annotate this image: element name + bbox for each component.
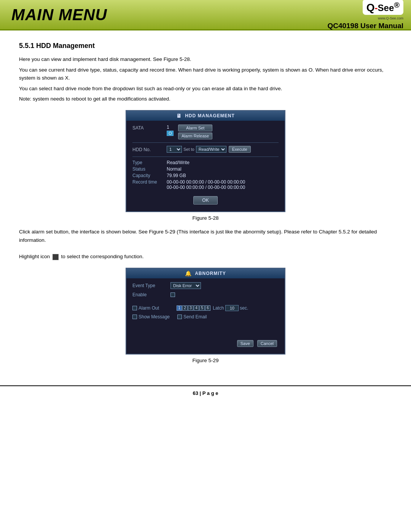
content-area: 5.5.1 HDD Management Here you can view a… [0,30,411,378]
hdd-dialog-titlebar: 🖥 HDD MANAGEMENT [126,111,285,121]
logo-see-text: See® [378,3,400,13]
type-label: Type [132,160,167,165]
record-values: 00-00-00 00:00:00 / 00-00-00 00:00:00 00… [167,179,245,190]
hdd-management-dialog: 🖥 HDD MANAGEMENT SATA 1 O Alarm Set Alar… [126,110,285,212]
divider-2 [132,157,279,157]
ok-button[interactable]: OK [193,196,217,204]
event-type-label: Event Type [132,283,170,288]
capacity-label: Capacity [132,173,167,178]
execute-button[interactable]: Execute [229,146,251,153]
event-type-row: Event Type Disk Error [132,282,279,289]
sata-number: 1 [167,125,174,130]
ok-btn-row: OK [132,196,279,204]
spacer [132,300,279,305]
enable-row: Enable [132,292,279,297]
enable-label: Enable [132,292,170,297]
latch-label: Latch [213,305,224,311]
para-2: You can see current hard drive type, sta… [19,66,392,82]
record-row: Record time 00-00-00 00:00:00 / 00-00-00… [132,179,279,190]
send-email-checkbox[interactable] [177,315,182,319]
hdd-no-label: HDD No. [132,146,167,152]
para-4: Note: system needs to reboot to get all … [19,95,392,103]
page-number: 63 | P a g e [193,390,218,396]
q-see-logo: Q-See® [366,1,400,13]
sata-row: SATA 1 O Alarm Set Alarm Release [132,125,279,139]
type-value: Read/Write [167,160,190,165]
sata-left: 1 O [167,125,174,136]
sata-label: SATA [132,125,167,131]
num-box-3[interactable]: 3 [188,305,193,311]
desc-text-1: Click alarm set button, the interface is… [19,228,392,244]
abnormity-titlebar: 🔔 ABNORMITY [126,268,285,278]
hdd-no-select[interactable]: 1 [167,146,182,153]
sata-status: O [167,131,174,136]
abnormity-icon: 🔔 [185,270,192,276]
logo-q-letter: Q [366,2,375,13]
abnormity-dialog: 🔔 ABNORMITY Event Type Disk Error Enable [126,268,285,355]
footer: 63 | P a g e [0,385,411,400]
status-label: Status [132,166,167,172]
alarm-release-button[interactable]: Alarm Release [178,133,212,139]
ab-bottom-buttons: Save Cancel [132,340,279,347]
message-email-row: Show Message Send Email [132,314,279,320]
alarm-out-row: Alarm Out 1 2 3 4 5 6 Latch sec. [132,305,279,311]
hdd-dialog-content: SATA 1 O Alarm Set Alarm Release HDD No. [126,121,285,211]
highlight-para: Highlight icon to select the correspondi… [19,252,392,261]
header-right-section: Q-See® www.Q-See.com QC40198 User Manual [327,0,411,29]
header-title-section: MAIN MENU [0,0,327,29]
record-label: Record time [132,179,167,190]
set-to-label: Set to [183,147,194,152]
para-1: Here you can view and implement hard dis… [19,55,392,64]
highlight-text-after: to select the corresponding function. [61,254,144,259]
highlight-icon [53,254,59,260]
status-row: Status Normal [132,166,279,172]
num-box-2[interactable]: 2 [182,305,188,311]
status-value: Normal [167,166,182,172]
type-row: Type Read/Write [132,160,279,165]
logo-url: www.Q-See.com [378,16,403,20]
num-box-1[interactable]: 1 [177,305,182,311]
hdd-no-row: HDD No. 1 Set to Read/Write Execute [132,146,279,153]
sata-buttons: Alarm Set Alarm Release [177,125,212,139]
alarm-set-button[interactable]: Alarm Set [178,125,212,131]
highlight-text-before: Highlight icon [19,254,50,259]
num-boxes: 1 2 3 4 5 6 [177,305,210,311]
event-type-select[interactable]: Disk Error [170,282,201,289]
main-menu-title: MAIN MENU [11,6,107,24]
record-value-1: 00-00-00 00:00:00 / 00-00-00 00:00:00 [167,179,245,185]
save-button[interactable]: Save [237,340,253,347]
abnormity-content: Event Type Disk Error Enable Alarm Out [126,278,285,354]
logo-registered: ® [394,1,400,9]
figure-5-28-container: 🖥 HDD MANAGEMENT SATA 1 O Alarm Set Alar… [19,110,392,221]
num-box-4[interactable]: 4 [194,305,199,311]
num-box-6[interactable]: 6 [205,305,210,311]
capacity-value: 79.99 GB [167,173,186,178]
set-to-select[interactable]: Read/Write [196,146,226,153]
latch-input[interactable] [225,305,239,311]
section-title: 5.5.1 HDD Management [19,42,392,50]
sec-label: sec. [240,305,248,311]
capacity-row: Capacity 79.99 GB [132,173,279,178]
logo-container: Q-See® [363,0,403,15]
cancel-button[interactable]: Cancel [257,340,277,347]
show-message-checkbox[interactable] [132,315,137,319]
abnormity-title: ABNORMITY [195,271,226,276]
figure-5-29-caption: Figure 5-29 [192,358,218,363]
hdd-dialog-title: HDD MANAGEMENT [185,113,235,118]
figure-5-29-container: 🔔 ABNORMITY Event Type Disk Error Enable [19,268,392,363]
spacer-2 [132,323,279,334]
num-box-5[interactable]: 5 [199,305,205,311]
divider-1 [132,142,279,143]
manual-title: QC40198 User Manual [327,22,403,30]
send-email-label: Send Email [183,314,207,320]
alarm-out-checkbox[interactable] [132,306,137,310]
alarm-out-label: Alarm Out [139,305,177,311]
record-value-2: 00-00-00 00:00:00 / 00-00-00 00:00:00 [167,185,245,190]
para-3: You can select hard drive mode from the … [19,85,392,93]
hdd-icon: 🖥 [176,113,182,119]
enable-checkbox[interactable] [170,292,175,297]
logo-dash: - [375,3,378,13]
header: MAIN MENU Q-See® www.Q-See.com QC40198 U… [0,0,411,30]
show-message-label: Show Message [139,314,170,320]
figure-5-28-caption: Figure 5-28 [192,215,218,221]
